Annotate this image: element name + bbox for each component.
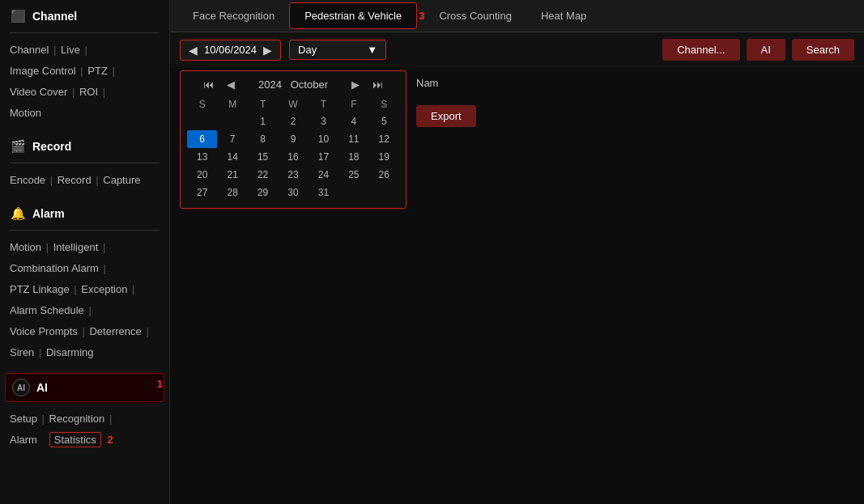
calendar-day[interactable]: 20 bbox=[187, 166, 217, 184]
channel-button[interactable]: Channel... bbox=[662, 39, 739, 61]
channel-section-header: ⬛ Channel bbox=[0, 0, 169, 29]
calendar-day[interactable]: 16 bbox=[278, 148, 308, 166]
calendar-day[interactable]: 15 bbox=[248, 148, 278, 166]
date-navigator[interactable]: ◀ 10/06/2024 ▶ bbox=[180, 40, 281, 61]
calendar-day[interactable]: 12 bbox=[369, 130, 399, 148]
intelligent-link[interactable]: Intelligent bbox=[53, 241, 99, 253]
ai-label: AI bbox=[36, 381, 48, 394]
export-button[interactable]: Export bbox=[416, 105, 476, 127]
calendar-day[interactable]: 13 bbox=[187, 148, 217, 166]
col-tue: T bbox=[248, 96, 278, 112]
disarming-link[interactable]: Disarming bbox=[46, 346, 94, 358]
setup-link[interactable]: Setup bbox=[10, 413, 37, 425]
tab-heat-map[interactable]: Heat Map bbox=[526, 3, 601, 28]
tab-face-recognition[interactable]: Face Recognition bbox=[178, 3, 289, 28]
calendar-day[interactable]: 23 bbox=[278, 166, 308, 184]
calendar-day[interactable]: 28 bbox=[217, 184, 247, 201]
ai-section-header[interactable]: AI AI bbox=[5, 373, 164, 402]
channel-links: Channel | Live | Image Control | PTZ | V… bbox=[0, 36, 169, 130]
video-cover-link[interactable]: Video Cover bbox=[10, 86, 67, 98]
calendar-day[interactable]: 27 bbox=[187, 184, 217, 201]
statistics-link[interactable]: Statistics bbox=[49, 432, 101, 447]
cal-month: October bbox=[291, 78, 328, 91]
next-date-btn[interactable]: ▶ bbox=[262, 44, 274, 57]
calendar-day[interactable]: 7 bbox=[217, 130, 247, 148]
record-section-header: 🎬 Record bbox=[0, 130, 169, 159]
cal-year: 2024 bbox=[258, 78, 282, 91]
col-thu: T bbox=[309, 96, 338, 112]
tab-pedestrian-vehicle[interactable]: Pedestrian & Vehicle bbox=[289, 2, 417, 29]
cal-first-btn[interactable]: ⏮ bbox=[200, 78, 217, 91]
search-button[interactable]: Search bbox=[792, 39, 854, 61]
calendar-day[interactable]: 10 bbox=[309, 130, 338, 148]
siren-link[interactable]: Siren bbox=[10, 346, 34, 358]
channel-link[interactable]: Channel bbox=[10, 44, 49, 56]
cal-last-btn[interactable]: ⏭ bbox=[369, 78, 386, 91]
calendar-day[interactable]: 22 bbox=[248, 166, 278, 184]
encode-link[interactable]: Encode bbox=[10, 174, 45, 186]
calendar-day[interactable]: 6 bbox=[187, 130, 217, 148]
calendar-day bbox=[369, 184, 399, 201]
motion-alarm-link[interactable]: Motion bbox=[10, 241, 41, 253]
action-buttons: Channel... AI Search bbox=[662, 39, 854, 61]
voice-prompts-link[interactable]: Voice Prompts bbox=[10, 325, 78, 337]
calendar-day[interactable]: 5 bbox=[369, 112, 399, 130]
motion-link[interactable]: Motion bbox=[10, 107, 41, 119]
calendar-day[interactable]: 11 bbox=[338, 130, 368, 148]
image-control-link[interactable]: Image Control bbox=[10, 65, 76, 77]
tab-cross-counting[interactable]: Cross Counting bbox=[424, 3, 526, 28]
calendar-day[interactable]: 25 bbox=[338, 166, 368, 184]
calendar-day[interactable]: 2 bbox=[278, 112, 308, 130]
cal-title: 2024 October bbox=[245, 78, 342, 91]
alarm-ai-link[interactable]: Alarm bbox=[10, 434, 37, 446]
cal-prev-btn[interactable]: ◀ bbox=[223, 78, 238, 91]
calendar-day bbox=[338, 184, 368, 201]
col-wed: W bbox=[278, 96, 308, 112]
recognition-link[interactable]: Recognition bbox=[49, 413, 105, 425]
roi-link[interactable]: ROI bbox=[79, 86, 98, 98]
record-link[interactable]: Record bbox=[57, 174, 92, 186]
deterrence-link[interactable]: Deterrence bbox=[89, 325, 141, 337]
col-sat: S bbox=[369, 96, 399, 112]
calendar-day[interactable]: 17 bbox=[309, 148, 338, 166]
prev-date-btn[interactable]: ◀ bbox=[187, 44, 199, 57]
calendar-day[interactable]: 9 bbox=[278, 130, 308, 148]
main-content: Face Recognition Pedestrian & Vehicle 3 … bbox=[170, 0, 864, 504]
calendar-day[interactable]: 26 bbox=[369, 166, 399, 184]
calendar-day[interactable]: 21 bbox=[217, 166, 247, 184]
ptz-linkage-link[interactable]: PTZ Linkage bbox=[10, 283, 70, 295]
tab-bar: Face Recognition Pedestrian & Vehicle 3 … bbox=[170, 0, 864, 32]
period-value: Day bbox=[298, 44, 317, 56]
period-select[interactable]: Day ▼ bbox=[289, 40, 386, 60]
calendar-day[interactable]: 31 bbox=[309, 184, 338, 201]
ai-icon: AI bbox=[12, 379, 30, 396]
exception-link[interactable]: Exception bbox=[81, 283, 127, 295]
calendar-day[interactable]: 29 bbox=[248, 184, 278, 201]
calendar-day[interactable]: 14 bbox=[217, 148, 247, 166]
calendar-day[interactable]: 1 bbox=[248, 112, 278, 130]
annotation-2: 2 bbox=[107, 434, 113, 446]
calendar-day[interactable]: 8 bbox=[248, 130, 278, 148]
calendar-day[interactable]: 19 bbox=[369, 148, 399, 166]
cal-next-btn[interactable]: ▶ bbox=[348, 78, 363, 91]
live-link[interactable]: Live bbox=[61, 44, 80, 56]
col-fri: F bbox=[338, 96, 368, 112]
capture-link[interactable]: Capture bbox=[103, 174, 140, 186]
calendar-day bbox=[187, 112, 217, 130]
controls-bar: ◀ 10/06/2024 ▶ Day ▼ Channel... AI Searc… bbox=[170, 32, 864, 67]
calendar-day[interactable]: 24 bbox=[309, 166, 338, 184]
calendar-day bbox=[217, 112, 247, 130]
annotation-1: 1 bbox=[157, 378, 163, 390]
ptz-link[interactable]: PTZ bbox=[87, 65, 108, 77]
calendar-grid: S M T W T F S 12345678910111213141516171… bbox=[187, 96, 399, 201]
calendar-day[interactable]: 18 bbox=[338, 148, 368, 166]
alarm-icon: 🔔 bbox=[10, 205, 26, 222]
calendar-day[interactable]: 3 bbox=[309, 112, 338, 130]
calendar: ⏮ ◀ 2024 October ▶ ⏭ S M T W T bbox=[180, 70, 406, 209]
alarm-schedule-link[interactable]: Alarm Schedule bbox=[10, 304, 84, 316]
combination-alarm-link[interactable]: Combination Alarm bbox=[10, 262, 99, 274]
calendar-day[interactable]: 4 bbox=[338, 112, 368, 130]
record-links: Encode | Record | Capture bbox=[0, 167, 169, 197]
ai-button[interactable]: AI bbox=[747, 39, 785, 61]
calendar-day[interactable]: 30 bbox=[278, 184, 308, 201]
